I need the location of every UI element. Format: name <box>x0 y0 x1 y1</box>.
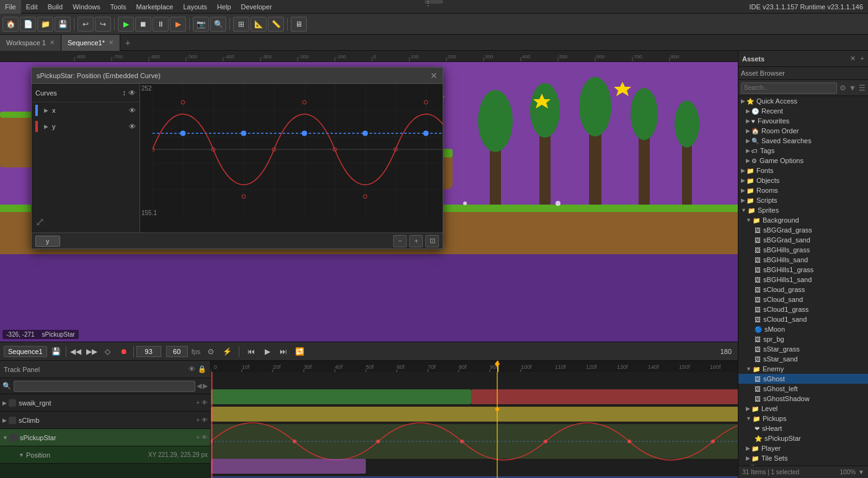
asset-item-sbggrad-sand[interactable]: 🖼 sBGGrad_sand <box>738 235 868 245</box>
asset-item-sghost[interactable]: 🖼 sGhost <box>738 374 868 384</box>
tl-loop-type[interactable]: 🔁 <box>293 345 306 358</box>
track-spickupstar-arrow[interactable]: ▼ <box>2 435 8 441</box>
curves-close-button[interactable]: ✕ <box>430 71 438 81</box>
toolbar-pause[interactable]: ⏸ <box>153 17 169 32</box>
curves-y-arrow[interactable]: ▶ <box>44 123 48 130</box>
position-arrow[interactable]: ▼ <box>19 452 24 458</box>
track-swaik-arrow[interactable]: ▶ <box>2 400 7 406</box>
asset-item-recent[interactable]: ▶ 🕒 Recent <box>738 106 868 116</box>
asset-item-level[interactable]: ▶ 📁 Level <box>738 404 868 414</box>
toolbar-monitor[interactable]: 🖥 <box>291 17 307 32</box>
toolbar-stop[interactable]: ⏹ <box>135 17 151 32</box>
curves-x-arrow[interactable]: ▶ <box>44 107 48 113</box>
sequence-name[interactable]: Sequence1 <box>4 346 47 357</box>
toolbar-debug[interactable]: ▶ <box>170 17 186 32</box>
tab-sequence1[interactable]: Sequence1* ✕ <box>61 35 120 51</box>
track-search-input[interactable] <box>14 381 195 392</box>
asset-item-quick-access[interactable]: ▶ ⭐ Quick Access <box>738 96 868 106</box>
assets-zoom-control[interactable]: ▼ <box>858 469 864 476</box>
curves-y-visibility[interactable]: 👁 <box>129 123 136 130</box>
curves-title-bar[interactable]: sPickupStar: Position (Embedded Curve) ✕ <box>32 68 443 84</box>
assets-menu-icon[interactable]: ☰ <box>859 84 866 92</box>
assets-close-btn[interactable]: ✕ <box>850 55 856 63</box>
asset-item-spr-bg[interactable]: 🖼 spr_bg <box>738 334 868 344</box>
asset-item-sprites[interactable]: ▼ 📁 Sprites <box>738 205 868 215</box>
tl-save-btn[interactable]: 💾 <box>50 345 63 358</box>
toolbar-snap[interactable]: 📐 <box>250 17 267 32</box>
track-sclimb-add[interactable]: + <box>196 417 200 423</box>
menu-edit[interactable]: Edit <box>21 0 43 14</box>
menu-marketplace[interactable]: Marketplace <box>131 0 178 14</box>
asset-item-sstar-sand[interactable]: 🖼 sStar_sand <box>738 354 868 364</box>
asset-item-sbggrad-grass[interactable]: 🖼 sBGGrad_grass <box>738 225 868 235</box>
track-row-spickupstar[interactable]: ▼ sPickupStar + 👁 <box>0 429 210 446</box>
menu-layouts[interactable]: Layouts <box>178 0 212 14</box>
fps-input[interactable] <box>166 346 188 357</box>
asset-item-scloud1-sand[interactable]: 🖼 sCloud1_sand <box>738 314 868 324</box>
menu-build[interactable]: Build <box>43 0 68 14</box>
timeline-tracks[interactable]: 0 10f 20f 30f 40f 50f 60f 70f 80f 90f 10… <box>211 361 738 478</box>
assets-search-input[interactable] <box>741 82 837 94</box>
asset-item-saved-searches[interactable]: ▶ 🔍 Saved Searches <box>738 136 868 146</box>
curves-expand-btn[interactable]: ⤢ <box>35 215 45 229</box>
menu-windows[interactable]: Windows <box>68 0 105 14</box>
curves-x-item[interactable]: ▶ x 👁 <box>32 102 140 118</box>
toolbar-open[interactable]: 📁 <box>37 17 53 32</box>
tab-workspace1[interactable]: Workspace 1 ✕ <box>0 35 61 51</box>
asset-item-spickupstar[interactable]: ⭐ sPickupStar <box>738 433 868 443</box>
curves-zoom-in-btn[interactable]: ＋ <box>409 235 423 247</box>
track-visibility-toggle[interactable]: 👁 <box>188 365 195 373</box>
assets-settings-icon[interactable]: ⚙ <box>839 84 846 92</box>
asset-item-sheart[interactable]: ❤ sHeart <box>738 423 868 433</box>
tab-sequence1-close[interactable]: ✕ <box>108 39 113 46</box>
track-sclimb-visibility[interactable]: 👁 <box>202 417 208 423</box>
curves-fit-btn[interactable]: ⊡ <box>425 235 439 247</box>
toolbar-ruler-tool[interactable]: 📏 <box>268 17 284 32</box>
asset-item-sghost-left[interactable]: 🖼 sGhost_left <box>738 384 868 394</box>
toolbar-play[interactable]: ▶ <box>118 17 134 32</box>
tl-record-btn[interactable]: ⏺ <box>117 345 131 358</box>
track-row-sclimb[interactable]: ▶ sClimb + 👁 <box>0 412 210 429</box>
tab-add-button[interactable]: + <box>120 38 135 48</box>
asset-item-sghostshadow[interactable]: 🖼 sGhostShadow <box>738 394 868 404</box>
tl-prev-key[interactable]: ◀◀ <box>69 345 82 358</box>
position-track-row[interactable]: ▼ Position XY 221.29, 225.29 px <box>0 446 210 464</box>
track-swaik-add[interactable]: + <box>196 399 200 406</box>
asset-item-tags[interactable]: ▶ 🏷 Tags <box>738 146 868 156</box>
asset-item-scripts[interactable]: ▶ 📁 Scripts <box>738 195 868 205</box>
tl-play-btn[interactable]: ▶ <box>260 345 274 358</box>
toolbar-zoom[interactable]: 🔍 <box>210 17 226 32</box>
toolbar-home[interactable]: 🏠 <box>2 17 19 32</box>
curves-y-item[interactable]: ▶ y 👁 <box>32 118 140 135</box>
game-viewport[interactable]: sPickupStar: Position (Embedded Curve) ✕… <box>0 62 738 342</box>
toolbar-undo[interactable]: ↩ <box>78 17 94 32</box>
menu-help[interactable]: Help <box>212 0 236 14</box>
toolbar-grid[interactable]: ⊞ <box>233 17 249 32</box>
asset-item-favourites[interactable]: ▶ ♥ Favourites <box>738 116 868 126</box>
curves-normalize-btn[interactable]: ↕ <box>122 89 126 97</box>
curves-active-curve-btn[interactable]: y <box>35 236 60 247</box>
tab-workspace1-close[interactable]: ✕ <box>50 39 55 46</box>
asset-item-room-order[interactable]: ▶ 🏠 Room Order <box>738 126 868 136</box>
menu-file[interactable]: File <box>0 0 21 14</box>
asset-item-sbghills-sand[interactable]: 🖼 sBGHills_sand <box>738 255 868 265</box>
track-spickupstar-visibility[interactable]: 👁 <box>202 434 208 441</box>
menu-developer[interactable]: Developer <box>236 0 277 14</box>
tl-add-key[interactable]: ◇ <box>101 345 115 358</box>
track-spickupstar-add[interactable]: + <box>196 434 200 441</box>
track-lock-toggle[interactable]: 🔒 <box>198 365 206 373</box>
assets-add-btn[interactable]: + <box>861 55 864 63</box>
asset-item-scloud-grass[interactable]: 🖼 sCloud_grass <box>738 285 868 294</box>
end-frame[interactable]: 180 <box>718 348 734 355</box>
asset-item-player[interactable]: ▶ 📁 Player <box>738 443 868 453</box>
track-sclimb-arrow[interactable]: ▶ <box>2 417 7 423</box>
track-row-swaik[interactable]: ▶ swaik_rgnt + 👁 <box>0 394 210 412</box>
asset-item-sstar-grass[interactable]: 🖼 sStar_grass <box>738 344 868 354</box>
asset-item-enemy[interactable]: ▼ 📁 Enemy <box>738 364 868 374</box>
curves-canvas[interactable]: 252 155.1 <box>140 84 443 232</box>
track-nav-right[interactable]: ▶ <box>203 382 208 390</box>
tl-first-frame[interactable]: ⏮ <box>244 345 258 358</box>
curves-zoom-out-btn[interactable]: － <box>393 235 407 247</box>
frame-input[interactable] <box>136 346 161 357</box>
asset-item-rooms[interactable]: ▶ 📁 Rooms <box>738 185 868 195</box>
